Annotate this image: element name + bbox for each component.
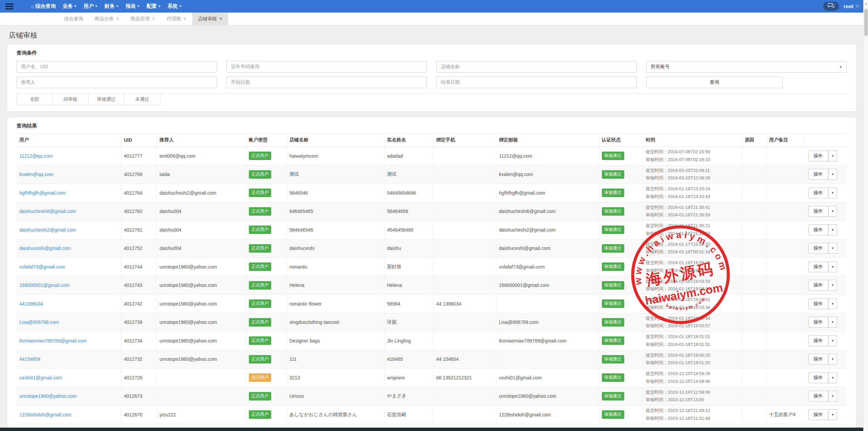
chevron-down-icon: ▼ <box>831 394 834 398</box>
user-link[interactable]: 11212@qq.com <box>19 153 53 159</box>
user-link[interactable]: ceshi01@gmail.com <box>19 375 62 380</box>
status-filter-tab[interactable]: 审核通过 <box>88 94 124 105</box>
row-actions-button[interactable]: 操作 ▼ <box>808 391 837 401</box>
user-link[interactable]: unrotope1980@yahoo.com <box>19 393 77 399</box>
page-tab[interactable]: 店铺审核 ✕ <box>192 13 228 25</box>
menu-item[interactable]: ⌂ 用户 ▼ <box>80 0 101 13</box>
user-link[interactable]: daishuceshi@gmail.com <box>19 246 71 251</box>
action-button-label[interactable]: 操作 <box>808 261 828 272</box>
menu-item[interactable]: ⌂ 财务 ▼ <box>101 0 122 13</box>
action-dropdown-toggle[interactable]: ▼ <box>828 169 837 180</box>
page-tab[interactable]: 综合查询 ✕ <box>58 13 89 25</box>
reason-cell <box>742 387 766 406</box>
action-button-label[interactable]: 操作 <box>808 243 828 254</box>
end-date-input[interactable]: 结束日期 <box>436 77 637 88</box>
row-actions-button[interactable]: 操作 ▼ <box>808 372 837 383</box>
shop-name-input[interactable]: 店铺名称 <box>436 61 637 73</box>
user-link[interactable]: hgfhfhgfh@gmail.com <box>19 190 65 196</box>
row-actions-button[interactable]: 操作 ▼ <box>808 261 837 272</box>
action-dropdown-toggle[interactable]: ▼ <box>828 188 837 198</box>
page-tab[interactable]: 代理商 ✕ <box>161 13 192 25</box>
scroll-up-icon[interactable]: ▲ <box>864 0 868 5</box>
action-dropdown-toggle[interactable]: ▼ <box>828 409 837 420</box>
row-actions-button[interactable]: 操作 ▼ <box>808 317 837 328</box>
column-header: 原因 <box>742 134 766 147</box>
menu-item[interactable]: ⌂ 综合查询 ▼ <box>28 0 59 13</box>
close-icon[interactable]: ✕ <box>183 17 186 21</box>
email-cell: 168000001@gmail.com <box>496 276 599 295</box>
row-actions-button[interactable]: 操作 ▼ <box>808 298 837 309</box>
menu-item[interactable]: ⌂ 配置 ▼ <box>143 0 164 13</box>
close-icon[interactable]: ✕ <box>219 17 222 21</box>
action-dropdown-toggle[interactable]: ▼ <box>828 317 837 328</box>
action-button-label[interactable]: 操作 <box>808 298 828 309</box>
refresh-icon[interactable]: ⟳ <box>856 3 861 9</box>
user-link[interactable]: linmiaomiao789789@gmail.com <box>19 338 87 344</box>
username-uid-input[interactable]: 用户名、UID <box>17 61 217 73</box>
row-actions-button[interactable]: 操作 ▼ <box>808 354 837 365</box>
status-badge: 审核通过 <box>602 281 624 290</box>
action-dropdown-toggle[interactable]: ▼ <box>828 206 837 217</box>
cert-number-input[interactable]: 证件号码查询 <box>226 61 427 73</box>
referrer-input[interactable]: 推荐人 <box>17 77 217 88</box>
action-dropdown-toggle[interactable]: ▼ <box>828 354 837 365</box>
action-button-label[interactable]: 操作 <box>808 391 828 401</box>
menu-item[interactable]: ⌂ 系统 ▼ <box>164 0 185 13</box>
action-dropdown-toggle[interactable]: ▼ <box>828 391 837 401</box>
row-actions-button[interactable]: 操作 ▼ <box>808 206 837 217</box>
close-icon[interactable]: ✕ <box>152 17 155 21</box>
action-button-label[interactable]: 操作 <box>808 188 828 198</box>
row-actions-button[interactable]: 操作 ▼ <box>808 335 837 346</box>
action-button-label[interactable]: 操作 <box>808 206 828 217</box>
action-dropdown-toggle[interactable]: ▼ <box>828 280 837 291</box>
row-actions-button[interactable]: 操作 ▼ <box>808 243 837 254</box>
action-button-label[interactable]: 操作 <box>808 317 828 328</box>
hamburger-menu-icon[interactable] <box>5 3 14 9</box>
action-dropdown-toggle[interactable]: ▼ <box>828 261 837 272</box>
messages-button[interactable] <box>823 2 839 11</box>
row-actions-button[interactable]: 操作 ▼ <box>808 169 837 180</box>
search-button[interactable]: 查询 <box>646 77 783 88</box>
review-time: 审核时间：2023-12-25T14:59:45 <box>646 378 739 386</box>
row-actions-button[interactable]: 操作 ▼ <box>808 280 837 291</box>
action-button-label[interactable]: 操作 <box>808 372 828 383</box>
scrollbar-thumb[interactable] <box>864 9 868 36</box>
user-link[interactable]: daishucheshi2@gmail.com <box>19 227 76 233</box>
account-type-select[interactable]: 所有账号 ∨ <box>646 61 847 73</box>
page-tab[interactable]: 商品管理 ✕ <box>125 13 161 25</box>
user-link[interactable]: Lisa@856789.com <box>19 319 59 325</box>
user-link[interactable]: vsfafaf73@gmail.com <box>19 264 65 270</box>
user-link[interactable]: daishucheshi6@gmail.com <box>19 209 76 214</box>
row-actions-button[interactable]: 操作 ▼ <box>808 188 837 198</box>
menu-item[interactable]: ⌂ 业务 ▼ <box>59 0 80 13</box>
action-dropdown-toggle[interactable]: ▼ <box>828 298 837 309</box>
user-link[interactable]: 441396034 <box>19 301 43 307</box>
action-dropdown-toggle[interactable]: ▼ <box>828 151 837 161</box>
user-link[interactable]: 44154654 <box>19 356 40 362</box>
status-filter-tab[interactable]: 未通过 <box>124 94 160 105</box>
action-button-label[interactable]: 操作 <box>808 354 828 365</box>
action-button-label[interactable]: 操作 <box>808 224 828 235</box>
action-dropdown-toggle[interactable]: ▼ <box>828 372 837 383</box>
action-button-label[interactable]: 操作 <box>808 280 828 291</box>
status-filter-tab[interactable]: 待审核 <box>53 94 88 105</box>
user-link[interactable]: 1228ishidoh@gmail.com <box>19 412 72 417</box>
start-date-input[interactable]: 开始日期 <box>226 77 427 88</box>
user-link[interactable]: kvalen@qq.com <box>19 172 54 177</box>
row-actions-button[interactable]: 操作 ▼ <box>808 224 837 235</box>
row-actions-button[interactable]: 操作 ▼ <box>808 409 837 420</box>
action-button-label[interactable]: 操作 <box>808 335 828 346</box>
page-tab[interactable]: 商品分类 ✕ <box>89 13 125 25</box>
user-link[interactable]: 168000001@gmail.com <box>19 282 70 288</box>
action-dropdown-toggle[interactable]: ▼ <box>828 243 837 254</box>
menu-item[interactable]: ⌂ 报表 ▼ <box>122 0 143 13</box>
action-button-label[interactable]: 操作 <box>808 409 828 420</box>
action-dropdown-toggle[interactable]: ▼ <box>828 335 837 346</box>
close-icon[interactable]: ✕ <box>116 17 119 21</box>
action-button-label[interactable]: 操作 <box>808 151 828 161</box>
action-button-label[interactable]: 操作 <box>808 169 828 180</box>
status-filter-tab[interactable]: 全部 <box>17 94 53 105</box>
action-dropdown-toggle[interactable]: ▼ <box>828 224 837 235</box>
row-actions-button[interactable]: 操作 ▼ <box>808 151 837 161</box>
vertical-scrollbar[interactable]: ▲ <box>863 0 868 431</box>
